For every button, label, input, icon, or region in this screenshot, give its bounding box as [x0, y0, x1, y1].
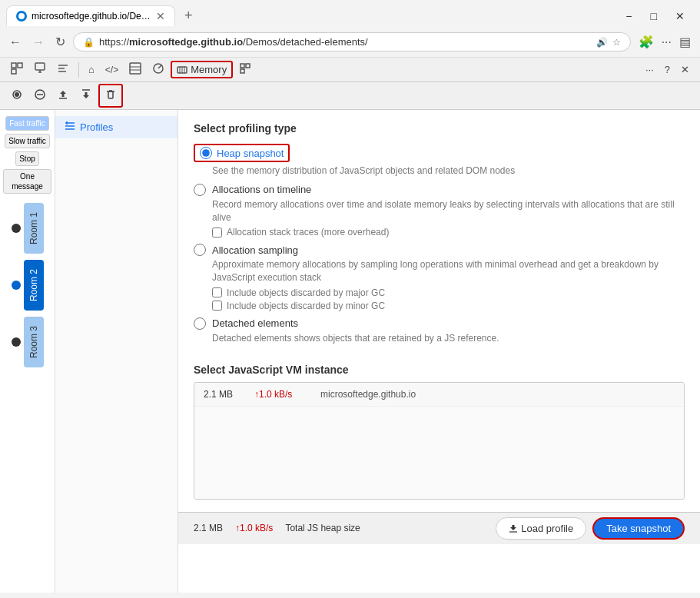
room3-label[interactable]: Room 3	[24, 317, 44, 367]
nav-actions: 🧩 ··· ▤	[635, 32, 694, 52]
allocations-timeline-option: Allocations on timeline Record memory al…	[194, 184, 685, 238]
devtools-toolbar: ⌂ </> Memory ··· ? ✕	[0, 58, 700, 82]
allocation-sampling-label[interactable]: Allocation sampling	[212, 244, 298, 256]
load-profile-button[interactable]: Load profile	[496, 517, 586, 540]
footer-speed: ↑1.0 kB/s	[235, 523, 273, 533]
network-tool[interactable]	[124, 59, 146, 80]
svg-rect-7	[130, 63, 141, 74]
select-profiling-title: Select profiling type	[194, 122, 685, 135]
refresh-button[interactable]: ↻	[52, 32, 68, 52]
major-gc-label[interactable]: Include objects discarded by major GC	[227, 287, 385, 298]
detached-elements-radio[interactable]	[194, 317, 206, 330]
security-icon: 🔒	[83, 37, 95, 48]
download-button[interactable]	[75, 85, 97, 106]
room2-label[interactable]: Room 2	[24, 260, 44, 311]
vm-instances-table: 2.1 MB ↑1.0 kB/s microsoftedge.github.io	[194, 382, 685, 500]
more-tools-button[interactable]: ···	[641, 61, 659, 78]
main-content: Fast traffic Slow traffic Stop One messa…	[0, 110, 700, 593]
footer-memory: 2.1 MB	[194, 523, 223, 533]
alloc-stack-traces-label[interactable]: Allocation stack traces (more overhead)	[227, 227, 389, 238]
footer-stats: 2.1 MB ↑1.0 kB/s Total JS heap size	[194, 523, 360, 533]
room3-dot	[12, 337, 21, 347]
sidebar-button[interactable]: ▤	[676, 32, 694, 52]
take-snapshot-button[interactable]: Take snapshot	[592, 517, 685, 540]
profiles-icon	[65, 121, 75, 134]
stop-button[interactable]	[29, 85, 51, 106]
svg-rect-3	[12, 69, 16, 74]
svg-rect-23	[108, 91, 113, 98]
svg-line-9	[158, 65, 161, 68]
svg-point-0	[18, 13, 25, 19]
detached-elements-label[interactable]: Detached elements	[212, 317, 298, 329]
memory-tool-label: Memory	[191, 64, 227, 75]
vm-speed: ↑1.0 kB/s	[254, 389, 308, 400]
tab-favicon	[16, 11, 27, 22]
vm-url: microsoftedge.github.io	[320, 389, 675, 400]
application-tool[interactable]	[234, 59, 256, 80]
performance-tool[interactable]	[148, 59, 169, 80]
sources-tool[interactable]: </>	[101, 61, 123, 78]
home-tool[interactable]: ⌂	[84, 61, 99, 78]
maximize-button[interactable]: □	[642, 7, 666, 25]
one-message-button[interactable]: One message	[3, 169, 51, 194]
major-gc-checkbox[interactable]	[212, 287, 222, 297]
tab-close-button[interactable]: ✕	[156, 11, 165, 22]
svg-rect-1	[12, 63, 16, 68]
traffic-buttons: Fast traffic Slow traffic Stop One messa…	[3, 116, 51, 194]
window-controls: − □ ✕	[616, 7, 694, 25]
vm-memory: 2.1 MB	[204, 389, 242, 400]
slow-traffic-button[interactable]: Slow traffic	[5, 134, 50, 148]
room1-dot	[12, 224, 21, 233]
tab-title: microsoftedge.github.io/Demos/c	[32, 11, 151, 22]
help-button[interactable]: ?	[660, 61, 675, 78]
address-bar[interactable]: 🔒 https://microsoftedge.github.io/Demos/…	[73, 32, 631, 51]
allocations-timeline-label[interactable]: Allocations on timeline	[212, 184, 311, 195]
footer-heap-label: Total JS heap size	[285, 523, 360, 533]
more-button[interactable]: ···	[659, 32, 675, 52]
profiles-label: Profiles	[80, 121, 113, 133]
allocations-timeline-radio[interactable]	[194, 184, 206, 196]
close-button[interactable]: ✕	[666, 7, 694, 25]
favorites-icon: ☆	[612, 37, 621, 48]
elements-tool[interactable]	[52, 59, 74, 80]
delete-button[interactable]	[98, 84, 123, 108]
alloc-stack-traces-row: Allocation stack traces (more overhead)	[212, 227, 685, 238]
upload-button[interactable]	[52, 85, 74, 106]
allocation-sampling-radio[interactable]	[194, 244, 206, 256]
address-text: https://microsoftedge.github.io/Demos/de…	[99, 36, 592, 48]
forward-button[interactable]: →	[29, 32, 48, 52]
major-gc-row: Include objects discarded by major GC	[212, 287, 685, 298]
fast-traffic-button[interactable]: Fast traffic	[5, 116, 49, 131]
room1-label[interactable]: Room 1	[24, 203, 44, 254]
extensions-button[interactable]: 🧩	[635, 32, 657, 52]
record-button[interactable]	[6, 85, 28, 106]
load-profile-label: Load profile	[521, 523, 573, 534]
stop-button-web[interactable]: Stop	[15, 151, 39, 166]
minor-gc-label[interactable]: Include objects discarded by minor GC	[227, 301, 385, 311]
sampling-row: Allocation sampling	[194, 244, 685, 256]
heap-snapshot-radio[interactable]	[200, 147, 212, 159]
detached-elements-desc: Detached elements shows objects that are…	[212, 332, 685, 345]
webpage-sidebar: Fast traffic Slow traffic Stop One messa…	[0, 110, 55, 593]
alloc-stack-traces-checkbox[interactable]	[212, 228, 222, 238]
inspect-tool[interactable]	[6, 59, 28, 80]
heap-snapshot-label[interactable]: Heap snapshot	[217, 148, 284, 159]
svg-rect-15	[246, 64, 250, 68]
allocations-row: Allocations on timeline	[194, 184, 685, 196]
memory-tool[interactable]: Memory	[171, 61, 233, 78]
back-button[interactable]: ←	[6, 32, 25, 52]
device-tool[interactable]	[29, 59, 51, 80]
active-tab[interactable]: microsoftedge.github.io/Demos/c ✕	[6, 5, 175, 26]
minimize-button[interactable]: −	[616, 7, 641, 25]
close-devtools-button[interactable]: ✕	[676, 61, 694, 78]
vm-instance-row[interactable]: 2.1 MB ↑1.0 kB/s microsoftedge.github.io	[194, 383, 684, 407]
take-snapshot-label: Take snapshot	[606, 523, 671, 534]
action-toolbar	[0, 82, 700, 110]
browser-chrome: microsoftedge.github.io/Demos/c ✕ + − □ …	[0, 0, 700, 58]
nav-bar: ← → ↻ 🔒 https://microsoftedge.github.io/…	[0, 27, 700, 57]
profiles-section-item[interactable]: Profiles	[55, 116, 177, 138]
vm-section: Select JavaScript VM instance 2.1 MB ↑1.…	[178, 364, 700, 512]
new-tab-button[interactable]: +	[178, 5, 199, 27]
svg-rect-2	[18, 63, 22, 68]
minor-gc-checkbox[interactable]	[212, 301, 222, 311]
